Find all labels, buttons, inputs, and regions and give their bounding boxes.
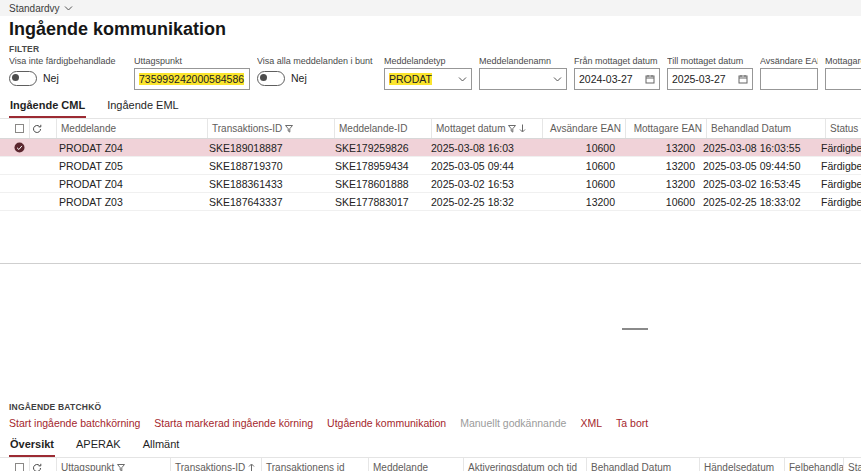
meddelandenamn-select[interactable] — [479, 68, 567, 90]
refresh-button[interactable] — [30, 458, 57, 471]
tab-ing-ende-cml[interactable]: Ingående CML — [9, 99, 86, 118]
cell-avs-ndare-ean[interactable]: 10600 — [537, 175, 619, 192]
select-all-checkbox[interactable] — [9, 119, 30, 138]
filter-field: Till mottaget datum 2025-03-27 — [667, 56, 753, 90]
table-row[interactable]: PRODAT Z05SKE188719370SKE1789594342025-0… — [0, 157, 861, 175]
checkbox-icon — [15, 124, 24, 133]
tab-allm-nt[interactable]: Allmänt — [142, 438, 181, 457]
splitter-handle[interactable] — [622, 328, 648, 330]
chevron-down-icon — [458, 77, 467, 82]
cell-status[interactable]: Färdigbehandlat — [817, 193, 861, 210]
cell-behandlad-datum[interactable]: 2025-03-05 09:44:50 — [699, 157, 817, 174]
action-utg-ende-kommunikation[interactable]: Utgående kommunikation — [327, 417, 446, 429]
column-header-meddelande[interactable]: Meddelande — [57, 119, 208, 138]
row-spacer — [29, 157, 55, 174]
row-select-checkbox[interactable] — [9, 175, 29, 192]
toggle-visa-alla-meddelanden[interactable] — [257, 71, 285, 86]
column-header-uttagspunkt[interactable]: Uttagspunkt — [57, 458, 171, 471]
cell-meddelande-id[interactable]: SKE177883017 — [331, 193, 427, 210]
refresh-icon — [32, 463, 42, 471]
meddelandetyp-value: PRODAT — [389, 73, 432, 85]
column-header-meddelande-id[interactable]: Meddelande-ID — [335, 119, 432, 138]
row-select-checkbox[interactable] — [9, 139, 29, 156]
cell-status[interactable]: Färdigbehandlat — [817, 157, 861, 174]
cell-mottagare-ean[interactable]: 10600 — [619, 193, 699, 210]
cell-status[interactable]: Färdigbehandlat — [817, 175, 861, 192]
column-header-behandlad-datum[interactable]: Behandlad Datum — [587, 458, 700, 471]
row-spacer — [29, 175, 55, 192]
cell-behandlad-datum[interactable]: 2025-03-08 16:03:55 — [699, 139, 817, 156]
column-header-aktiveringsdatum-och-tid[interactable]: Aktiveringsdatum och tid — [464, 458, 587, 471]
column-header-avs-ndare-ean[interactable]: Avsändare EAN — [543, 119, 626, 138]
tab-ing-ende-eml[interactable]: Ingående EML — [106, 99, 180, 118]
cell-mottaget-datum[interactable]: 2025-03-08 16:03 — [427, 139, 537, 156]
row-select-checkbox[interactable] — [9, 193, 29, 210]
column-header-transaktionens-id[interactable]: Transaktionens id — [262, 458, 369, 471]
column-header-mottaget-datum[interactable]: Mottaget datum — [432, 119, 543, 138]
row-spacer — [29, 193, 55, 210]
uttagspunkt-input[interactable]: 735999242000584586 — [134, 68, 250, 90]
filter-field-label: Avsändare EAN — [760, 56, 818, 66]
cell-meddelande[interactable]: PRODAT Z04 — [55, 139, 205, 156]
cell-mottaget-datum[interactable]: 2025-03-05 09:44 — [427, 157, 537, 174]
filter-icon — [117, 464, 125, 471]
cell-meddelande-id[interactable]: SKE178601888 — [331, 175, 427, 192]
cell-mottagare-ean[interactable]: 13200 — [619, 139, 699, 156]
action-starta-markerad-ing-ende-k-rning[interactable]: Starta markerad ingående körning — [154, 417, 313, 429]
till-datum-value: 2025-03-27 — [672, 73, 726, 85]
filter-field: Visa alla meddelanden i bunt Nej — [257, 56, 377, 90]
cell-meddelande[interactable]: PRODAT Z04 — [55, 175, 205, 192]
cell-meddelande[interactable]: PRODAT Z05 — [55, 157, 205, 174]
cell-behandlad-datum[interactable]: 2025-03-02 16:53:45 — [699, 175, 817, 192]
column-header-status[interactable]: Status — [826, 119, 861, 138]
fran-mottaget-datum-input[interactable]: 2024-03-27 — [574, 68, 660, 90]
cell-avs-ndare-ean[interactable]: 10600 — [537, 139, 619, 156]
cell-transaktions-id[interactable]: SKE187643337 — [205, 193, 331, 210]
cell-status[interactable]: Färdigbehandlat — [817, 139, 861, 156]
cell-meddelande-id[interactable]: SKE178959434 — [331, 157, 427, 174]
column-header-transaktions-id[interactable]: Transaktions-ID — [208, 119, 335, 138]
select-all-checkbox[interactable] — [9, 458, 30, 471]
cell-meddelande[interactable]: PRODAT Z03 — [55, 193, 205, 210]
refresh-button[interactable] — [30, 119, 57, 138]
tab-versikt[interactable]: Översikt — [9, 438, 55, 457]
cell-mottagare-ean[interactable]: 13200 — [619, 175, 699, 192]
action-xml[interactable]: XML — [580, 417, 602, 429]
cell-avs-ndare-ean[interactable]: 10600 — [537, 157, 619, 174]
row-spacer — [29, 139, 55, 156]
column-header-transaktions-id[interactable]: Transaktions-ID — [171, 458, 262, 471]
column-header-mottagare-ean[interactable]: Mottagare EAN — [626, 119, 707, 138]
column-header-felbehandlad[interactable]: Felbehandlad — [785, 458, 844, 471]
action-ta-bort[interactable]: Ta bort — [616, 417, 648, 429]
toggle-state-label: Nej — [291, 72, 307, 84]
filter-field-label: Meddelandetyp — [384, 56, 472, 66]
view-selector[interactable]: Standardvy — [0, 0, 861, 16]
table-row[interactable]: PRODAT Z03SKE187643337SKE1778830172025-0… — [0, 193, 861, 211]
mottagare-ean-input[interactable] — [825, 68, 861, 90]
cell-avs-ndare-ean[interactable]: 13200 — [537, 193, 619, 210]
tab-aperak[interactable]: APERAK — [75, 438, 122, 457]
toggle-visa-inte-fardigbehandlade[interactable] — [9, 71, 37, 86]
check-circle-icon — [14, 142, 25, 153]
cell-mottaget-datum[interactable]: 2025-02-25 18:32 — [427, 193, 537, 210]
table-row[interactable]: PRODAT Z04SKE189018887SKE1792598262025-0… — [0, 139, 861, 157]
till-mottaget-datum-input[interactable]: 2025-03-27 — [667, 68, 753, 90]
table-row[interactable]: PRODAT Z04SKE188361433SKE1786018882025-0… — [0, 175, 861, 193]
action-manuellt-godk-nnande: Manuellt godkännande — [460, 417, 566, 429]
column-header-h-ndelsedatum[interactable]: Händelsedatum — [700, 458, 785, 471]
column-header-meddelande[interactable]: Meddelande — [369, 458, 464, 471]
cell-meddelande-id[interactable]: SKE179259826 — [331, 139, 427, 156]
cell-mottagare-ean[interactable]: 13200 — [619, 157, 699, 174]
meddelandetyp-select[interactable]: PRODAT — [384, 68, 472, 90]
cell-transaktions-id[interactable]: SKE188719370 — [205, 157, 331, 174]
cell-transaktions-id[interactable]: SKE189018887 — [205, 139, 331, 156]
view-selector-label: Standardvy — [9, 3, 60, 14]
column-header-behandlad-datum[interactable]: Behandlad Datum — [707, 119, 826, 138]
action-start-ing-ende-batchk-rning[interactable]: Start ingående batchkörning — [9, 417, 140, 429]
cell-mottaget-datum[interactable]: 2025-03-02 16:53 — [427, 175, 537, 192]
cell-behandlad-datum[interactable]: 2025-02-25 18:33:02 — [699, 193, 817, 210]
row-select-checkbox[interactable] — [9, 157, 29, 174]
column-header-status[interactable]: Status — [844, 458, 861, 471]
cell-transaktions-id[interactable]: SKE188361433 — [205, 175, 331, 192]
avsandare-ean-input[interactable] — [760, 68, 818, 90]
